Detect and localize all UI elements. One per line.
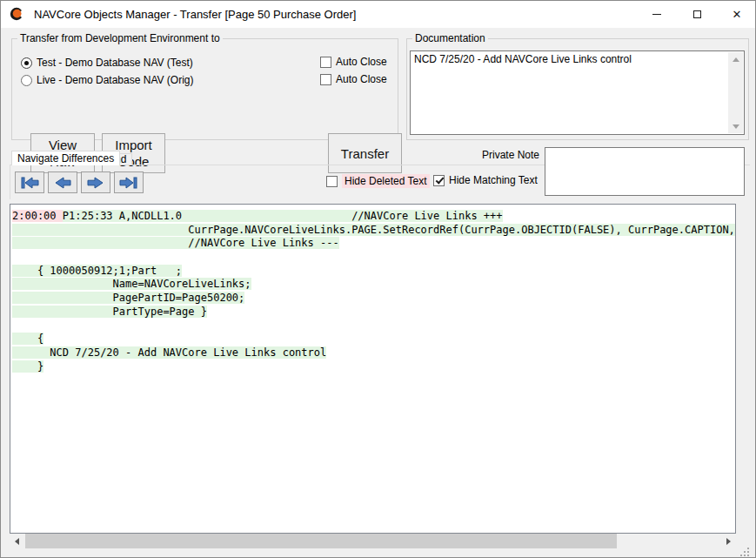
- transfer-groupbox: Transfer from Development Environment to…: [11, 38, 398, 140]
- auto-close-test-box[interactable]: [320, 57, 331, 68]
- minimize-button[interactable]: [637, 1, 677, 28]
- chevron-left-icon: [15, 538, 19, 545]
- horizontal-scrollbar-thumb[interactable]: [25, 534, 617, 548]
- code-segment-del: 2:00:00: [12, 210, 63, 222]
- next-arrow-icon: [85, 176, 106, 190]
- documentation-text: NCD 7/25/20 - Add NAVCore Live Links con…: [414, 53, 726, 66]
- scroll-down-button[interactable]: [728, 119, 743, 133]
- code-segment-add: Name=NAVCoreLiveLinks;: [12, 278, 251, 290]
- auto-close-live-checkbox[interactable]: Auto Close: [320, 73, 387, 85]
- first-arrow-icon: [19, 176, 40, 190]
- documentation-textarea[interactable]: NCD 7/25/20 - Add NAVCore Live Links con…: [410, 50, 745, 135]
- app-icon: [10, 7, 23, 21]
- title-bar: NAVCore Objects Manager - Transfer [Page…: [1, 1, 755, 28]
- code-line: PagePartID=Page50200;: [12, 292, 735, 306]
- auto-close-test-label: Auto Close: [336, 56, 387, 68]
- auto-close-live-label: Auto Close: [336, 73, 387, 85]
- code-line: CurrPage.NAVCoreLiveLinks.PAGE.SetRecord…: [12, 224, 735, 238]
- chevron-up-icon: [733, 57, 739, 62]
- hide-matching-text-box[interactable]: [433, 175, 445, 186]
- chevron-down-icon: [733, 124, 739, 129]
- code-line: [12, 319, 735, 333]
- code-segment-add: NCD 7/25/20 - Add NAVCore Live Links con…: [12, 346, 326, 359]
- last-arrow-icon: [118, 176, 139, 190]
- private-note-label: Private Note: [475, 149, 539, 161]
- radio-live-label: Live - Demo Database NAV (Orig): [37, 74, 194, 86]
- radio-test-label: Test - Demo Database NAV (Test): [37, 57, 193, 69]
- auto-close-live-box[interactable]: [320, 74, 331, 85]
- maximize-button[interactable]: [677, 1, 717, 28]
- code-content: 2:00:00 P1:25:33 A,NCDLL1.0 //NAVCore Li…: [10, 210, 735, 373]
- next-difference-button[interactable]: [81, 171, 110, 193]
- code-segment-add: //NAVCore Live Links ---: [12, 237, 339, 249]
- tab-navigate-differences[interactable]: Navigate Differences: [11, 151, 120, 165]
- maximize-icon: [693, 10, 701, 18]
- scroll-right-button[interactable]: [721, 534, 736, 548]
- code-segment-add: { 1000050912;1;Part ;: [12, 265, 182, 277]
- close-button[interactable]: ✕: [717, 1, 756, 28]
- resize-grip-icon[interactable]: [739, 546, 750, 557]
- code-line: 2:00:00 P1:25:33 A,NCDLL1.0 //NAVCore Li…: [12, 210, 735, 224]
- code-line: { 1000050912;1;Part ;: [12, 265, 735, 279]
- transfer-groupbox-label: Transfer from Development Environment to: [17, 32, 223, 44]
- documentation-groupbox-label: Documentation: [412, 32, 488, 44]
- code-line: Name=NAVCoreLiveLinks;: [12, 278, 735, 292]
- radio-test-icon[interactable]: [21, 57, 32, 69]
- code-segment-add: PartType=Page }: [12, 306, 207, 318]
- code-segment-add: P1:25:33 A,NCDLL1.0 //NAVCore Live Links…: [63, 210, 503, 222]
- previous-difference-button[interactable]: [48, 171, 77, 193]
- code-segment-add: }: [12, 360, 43, 373]
- code-segment-add: PagePartID=Page50200;: [12, 292, 244, 304]
- app-window: NAVCore Objects Manager - Transfer [Page…: [0, 0, 756, 558]
- radio-test-database[interactable]: Test - Demo Database NAV (Test): [21, 57, 193, 69]
- hide-deleted-text-label: Hide Deleted Text: [342, 174, 430, 188]
- horizontal-scrollbar[interactable]: [10, 534, 736, 548]
- previous-arrow-icon: [52, 176, 73, 190]
- code-segment-add: {: [12, 333, 43, 345]
- code-line: PartType=Page }: [12, 306, 735, 319]
- code-line: NCD 7/25/20 - Add NAVCore Live Links con…: [12, 346, 735, 360]
- radio-live-database[interactable]: Live - Demo Database NAV (Orig): [21, 74, 194, 86]
- tab-navigate-differences-label: Navigate Differences: [17, 152, 114, 165]
- close-icon: ✕: [733, 9, 742, 20]
- radio-live-icon[interactable]: [21, 75, 32, 86]
- minimize-icon: [652, 14, 661, 15]
- transfer-button-label: Transfer: [341, 145, 389, 162]
- scroll-left-button[interactable]: [10, 534, 24, 548]
- hide-matching-text-label: Hide Matching Text: [449, 174, 538, 186]
- hide-matching-text-checkbox[interactable]: Hide Matching Text: [433, 174, 538, 186]
- code-line: {: [12, 333, 735, 346]
- first-difference-button[interactable]: [15, 171, 44, 193]
- code-line: [12, 251, 735, 265]
- documentation-scrollbar[interactable]: [728, 52, 743, 133]
- chevron-right-icon: [726, 538, 731, 545]
- import-code-label-line1: Import: [115, 137, 152, 153]
- last-difference-button[interactable]: [114, 171, 144, 193]
- code-diff-area[interactable]: 2:00:00 P1:25:33 A,NCDLL1.0 //NAVCore Li…: [10, 204, 736, 534]
- hide-deleted-text-box[interactable]: [326, 176, 338, 187]
- auto-close-test-checkbox[interactable]: Auto Close: [320, 56, 387, 68]
- hide-deleted-text-checkbox[interactable]: Hide Deleted Text: [326, 174, 430, 188]
- code-line: }: [12, 360, 735, 374]
- code-segment-add: CurrPage.NAVCoreLiveLinks.PAGE.SetRecord…: [12, 224, 735, 236]
- code-line: //NAVCore Live Links ---: [12, 237, 735, 251]
- scroll-up-button[interactable]: [728, 52, 743, 66]
- private-note-textarea[interactable]: [545, 147, 745, 196]
- window-title: NAVCore Objects Manager - Transfer [Page…: [34, 8, 356, 21]
